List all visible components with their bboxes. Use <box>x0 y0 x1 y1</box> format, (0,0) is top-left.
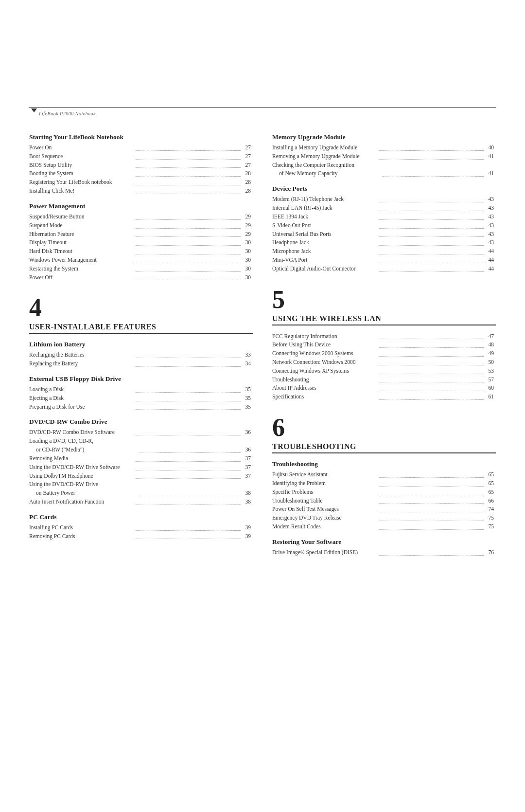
toc-row: Universal Serial Bus Ports 43 <box>272 230 496 239</box>
toc-row: Recharging the Batteries 33 <box>29 351 253 360</box>
chapter4-number-block: 4 USER-INSTALLABLE FEATURES <box>29 295 253 334</box>
toc-row: BIOS Setup Utility 27 <box>29 161 253 170</box>
toc-row: Microphone Jack 44 <box>272 247 496 256</box>
external-usb-title: External USB Floppy Disk Drive <box>29 375 253 383</box>
toc-row: Auto Insert Notification Function 38 <box>29 498 253 506</box>
toc-row: Power On Self Test Messages 74 <box>272 505 496 514</box>
toc-row: Replacing the Battery 34 <box>29 360 253 368</box>
starting-lifebook-title: Starting Your LifeBook Notebook <box>29 133 253 141</box>
toc-row: Connecting Windows XP Systems 53 <box>272 367 496 376</box>
toc-row: Hard Disk Timeout 30 <box>29 247 253 256</box>
toc-row: Registering Your LifeBook notebook 28 <box>29 178 253 187</box>
toc-row: Ejecting a Disk 35 <box>29 394 253 403</box>
toc-row: Suspend/Resume Button 29 <box>29 213 253 221</box>
toc-row: Restarting the System 30 <box>29 265 253 273</box>
toc-row: Loading a Disk 35 <box>29 385 253 394</box>
chapter5-number-block: 5 USING THE WIRELESS LAN <box>272 287 496 325</box>
power-management-title: Power Management <box>29 202 253 210</box>
section-troubleshooting: Troubleshooting Fujitsu Service Assistan… <box>272 460 496 531</box>
dvd-cdrw-title: DVD/CD-RW Combo Drive <box>29 418 253 426</box>
toc-row: Fujitsu Service Assistant 65 <box>272 470 496 479</box>
toc-row: Windows Power Management 30 <box>29 256 253 265</box>
toc-row: Boot Sequence 27 <box>29 152 253 161</box>
toc-row: FCC Regulatory Information 47 <box>272 332 496 341</box>
toc-row: Internal LAN (RJ-45) Jack 43 <box>272 204 496 213</box>
chapter6-title: TROUBLESHOOTING <box>272 442 496 453</box>
toc-row-wrap: Loading a DVD, CD, CD-R, or CD-RW ("Medi… <box>29 437 253 454</box>
section-starting-lifebook: Starting Your LifeBook Notebook Power On… <box>29 133 253 196</box>
section-power-management: Power Management Suspend/Resume Button 2… <box>29 202 253 282</box>
toc-row: About IP Addresses 60 <box>272 384 496 393</box>
triangle-marker <box>31 108 37 112</box>
chapter6-number-block: 6 TROUBLESHOOTING <box>272 415 496 453</box>
toc-row: Headphone Jack 43 <box>272 238 496 247</box>
toc-row: Using DolbyTM Headphone 37 <box>29 472 253 481</box>
toc-row: IEEE 1394 Jack 43 <box>272 213 496 221</box>
chapter4-number: 4 <box>29 295 253 321</box>
section-device-ports: Device Ports Modem (RJ-11) Telephone Jac… <box>272 185 496 273</box>
section-pc-cards: PC Cards Installing PC Cards 39 Removing… <box>29 513 253 541</box>
toc-row: Suspend Mode 29 <box>29 221 253 230</box>
header-label: LifeBook P2000 Notebook <box>39 111 96 116</box>
toc-row: Drive Image® Special Edition (DISE) 76 <box>272 548 496 557</box>
toc-row: Optical Digital Audio-Out Connector 44 <box>272 265 496 273</box>
chapter5-title: USING THE WIRELESS LAN <box>272 314 496 325</box>
pc-cards-title: PC Cards <box>29 513 253 521</box>
troubleshooting-title: Troubleshooting <box>272 460 496 468</box>
toc-row: Identifying the Problem 65 <box>272 479 496 488</box>
toc-row: Power On 27 <box>29 144 253 152</box>
toc-row: Specific Problems 65 <box>272 488 496 497</box>
toc-row: Network Connection: Windows 2000 50 <box>272 358 496 367</box>
toc-row: Troubleshooting 57 <box>272 376 496 384</box>
toc-row: Power Off 30 <box>29 273 253 282</box>
toc-row: Mini-VGA Port 44 <box>272 256 496 265</box>
toc-row: Installing a Memory Upgrade Module 40 <box>272 144 496 152</box>
top-rule <box>29 107 496 108</box>
toc-row: Booting the System 28 <box>29 169 253 178</box>
toc-row-wrap: Checking the Computer Recognition of New… <box>272 161 496 179</box>
section-external-usb: External USB Floppy Disk Drive Loading a… <box>29 375 253 411</box>
toc-row: Emergency DVD Tray Release 75 <box>272 514 496 523</box>
restoring-software-title: Restoring Your Software <box>272 538 496 546</box>
section-dvd-cdrw: DVD/CD-RW Combo Drive DVD/CD-RW Combo Dr… <box>29 418 253 506</box>
left-column: Starting Your LifeBook Notebook Power On… <box>29 126 253 557</box>
toc-row: Installing Click Me! 28 <box>29 187 253 196</box>
toc-row: Specifications 61 <box>272 393 496 401</box>
toc-row: Preparing a Disk for Use 35 <box>29 403 253 412</box>
toc-row: Troubleshooting Table 66 <box>272 497 496 505</box>
section-restoring-software: Restoring Your Software Drive Image® Spe… <box>272 538 496 557</box>
lithium-battery-title: Lithium ion Battery <box>29 341 253 348</box>
toc-row: Before Using This Device 48 <box>272 341 496 349</box>
toc-row-wrap: Using the DVD/CD-RW Drive on Battery Pow… <box>29 480 253 498</box>
toc-row: DVD/CD-RW Combo Drive Software 36 <box>29 428 253 437</box>
toc-row: Installing PC Cards 39 <box>29 523 253 532</box>
toc-row: Hibernation Feature 29 <box>29 230 253 239</box>
toc-row: Modem (RJ-11) Telephone Jack 43 <box>272 195 496 204</box>
chapter5-number: 5 <box>272 287 496 312</box>
toc-row: Removing Media 37 <box>29 454 253 463</box>
memory-upgrade-title: Memory Upgrade Module <box>272 133 496 141</box>
content-area: Starting Your LifeBook Notebook Power On… <box>29 126 496 557</box>
section-wireless-lan: FCC Regulatory Information 47 Before Usi… <box>272 332 496 402</box>
toc-row: Removing a Memory Upgrade Module 41 <box>272 152 496 161</box>
toc-row: Display Timeout 30 <box>29 238 253 247</box>
toc-row: Using the DVD/CD-RW Drive Software 37 <box>29 463 253 472</box>
toc-row: Modem Result Codes 75 <box>272 523 496 531</box>
toc-row: S-Video Out Port 43 <box>272 221 496 230</box>
device-ports-title: Device Ports <box>272 185 496 193</box>
section-memory-upgrade: Memory Upgrade Module Installing a Memor… <box>272 133 496 178</box>
page: LifeBook P2000 Notebook Starting Your Li… <box>0 0 525 812</box>
chapter4-title: USER-INSTALLABLE FEATURES <box>29 323 253 334</box>
chapter6-number: 6 <box>272 415 496 440</box>
toc-row: Connecting Windows 2000 Systems 49 <box>272 349 496 358</box>
toc-row: Removing PC Cards 39 <box>29 532 253 541</box>
right-column: Memory Upgrade Module Installing a Memor… <box>272 126 496 557</box>
section-lithium-battery: Lithium ion Battery Recharging the Batte… <box>29 341 253 368</box>
